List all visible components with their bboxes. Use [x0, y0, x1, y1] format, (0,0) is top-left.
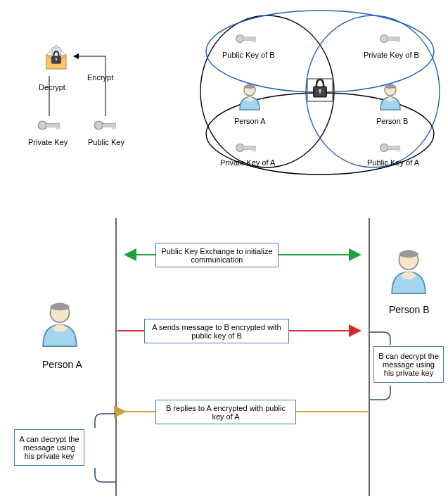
private-key-label: Private Key — [28, 138, 68, 147]
seq-step3: B replies to A encrypted with public key… — [155, 400, 296, 424]
venn-private-key-a: Private Key of A — [220, 158, 275, 167]
seq-step2: A sends message to B encrypted with publ… — [144, 319, 289, 343]
venn-private-key-b: Private Key of B — [364, 51, 419, 60]
venn-person-b: Person B — [376, 117, 408, 126]
seq-person-b: Person B — [389, 304, 430, 315]
venn-diagram — [200, 11, 440, 175]
venn-public-key-b: Public Key of B — [222, 51, 275, 60]
public-key-label: Public Key — [88, 138, 124, 147]
seq-person-a: Person A — [42, 359, 82, 370]
seq-step2-note: B can decrypt the message using his priv… — [373, 346, 444, 383]
seq-step1: Public Key Exchange to initialize commun… — [155, 243, 279, 267]
encrypt-label: Encrypt — [87, 73, 113, 82]
decrypt-label: Decrypt — [39, 83, 65, 92]
venn-public-key-a: Public Key of A — [367, 158, 419, 167]
venn-person-a: Person A — [234, 117, 266, 126]
seq-step3-note: A can decrypt the message using his priv… — [14, 429, 84, 466]
